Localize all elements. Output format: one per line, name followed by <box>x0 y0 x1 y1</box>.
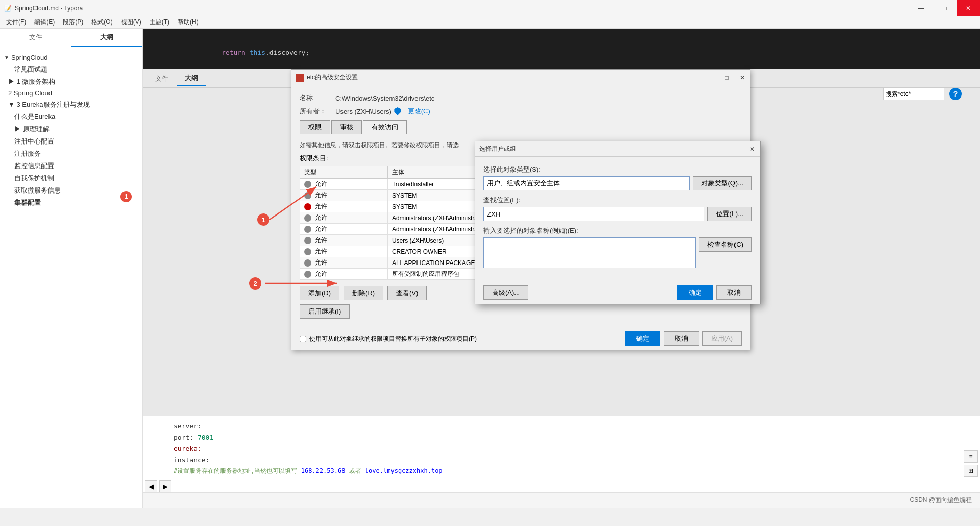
perm-type-1: 允许 <box>300 190 388 201</box>
location-button[interactable]: 位置(L)... <box>707 207 752 221</box>
user-icon <box>304 192 311 199</box>
code-bottom-line5: #设置服务存在的服务器地址,当然也可以填写 168.22.53.68 或者 lo… <box>174 466 949 476</box>
code-bottom-line3: eureka: <box>174 443 949 455</box>
sidebar-item-what-eureka[interactable]: 什么是Eureka <box>0 111 142 123</box>
sidebar-item-springcloud[interactable]: 2 Spring Cloud <box>0 88 142 99</box>
advanced-button[interactable]: 高级(A)... <box>483 285 528 300</box>
footer-buttons: 确定 取消 应用(A) <box>625 331 742 346</box>
code-bottom-line2: port: 7001 <box>174 432 949 443</box>
security-dialog-maximize[interactable]: □ <box>719 70 734 85</box>
perm-type-8: 允许 <box>300 269 388 280</box>
user-icon <box>304 237 311 244</box>
path-label: 名称 <box>300 93 335 103</box>
tab-outline[interactable]: 大纲 <box>71 29 143 47</box>
sidebar-item-eureka-group[interactable]: ▼ 3 Eureka服务注册与发现 <box>0 99 142 111</box>
annotation-circle-1 <box>257 213 270 226</box>
change-link[interactable]: 更改(C) <box>408 107 430 116</box>
location-row: 位置(L)... <box>483 207 752 221</box>
grid-view-icon[interactable]: ⊞ <box>964 465 978 477</box>
code-line-1: return this.discovery; <box>174 37 949 68</box>
window-title: SpringCloud.md - Typora <box>15 5 83 12</box>
annotation-badge-1: 1 <box>120 191 132 202</box>
content-tab-file[interactable]: 文件 <box>147 72 177 85</box>
ok-button[interactable]: 确定 <box>625 331 660 346</box>
select-ok-button[interactable]: 确定 <box>677 285 713 300</box>
cancel-button[interactable]: 取消 <box>664 331 699 346</box>
close-button[interactable]: ✕ <box>957 0 980 16</box>
sidebar-item-interviews[interactable]: 常见面试题 <box>0 63 142 76</box>
menu-edit[interactable]: 编辑(E) <box>30 17 59 28</box>
tab-effective-access[interactable]: 有效访问 <box>363 120 407 134</box>
right-panel-icons: ≡ ⊞ <box>964 450 978 477</box>
nav-prev-button[interactable]: ◀ <box>145 480 157 492</box>
select-footer-right-buttons: 确定 取消 <box>677 285 752 300</box>
security-dialog-footer: 使用可从此对象继承的权限项目替换所有子对象的权限项目(P) 确定 取消 应用(A… <box>291 327 750 350</box>
help-icon[interactable]: ? <box>949 88 962 100</box>
list-view-icon[interactable]: ≡ <box>964 450 978 463</box>
menu-theme[interactable]: 主题(T) <box>145 17 174 28</box>
menu-view[interactable]: 视图(V) <box>117 17 145 28</box>
maximize-button[interactable]: □ <box>933 0 957 16</box>
owner-label: 所有者： <box>300 107 335 116</box>
names-textarea[interactable] <box>483 237 696 268</box>
sidebar-item-microservice[interactable]: ▶ 1 微服务架构 <box>0 76 142 88</box>
tab-audit[interactable]: 审核 <box>331 120 362 134</box>
owner-field: 所有者： Users (ZXH\Users) 更改(C) <box>300 107 742 116</box>
minimize-button[interactable]: — <box>910 0 933 16</box>
replace-permissions-checkbox[interactable] <box>300 336 306 342</box>
select-dialog-footer: 高级(A)... 确定 取消 <box>475 281 760 304</box>
menu-help[interactable]: 帮助(H) <box>174 17 203 28</box>
security-dialog-title: etc的高级安全设置 <box>307 73 358 82</box>
delete-button[interactable]: 删除(R) <box>344 286 383 300</box>
security-dialog-minimize[interactable]: — <box>704 70 719 85</box>
select-user-title: 选择用户或组 <box>479 145 516 153</box>
tab-file[interactable]: 文件 <box>0 29 71 47</box>
dialog-shield-icon <box>296 74 304 82</box>
object-type-row: 对象类型(Q)... <box>483 176 752 190</box>
object-type-button[interactable]: 对象类型(Q)... <box>693 176 752 190</box>
chevron-down-icon: ▼ <box>4 55 9 60</box>
code-top: return this.discovery; } <box>143 29 980 69</box>
col-type: 类型 <box>300 166 388 179</box>
watermark-text: CSDN @面向鳊鱼编程 <box>910 496 972 505</box>
location-input[interactable] <box>483 207 704 221</box>
location-label: 查找位置(F): <box>483 196 752 205</box>
inherit-button[interactable]: 启用继承(I) <box>300 304 350 319</box>
menu-format[interactable]: 格式(O) <box>87 17 116 28</box>
window-icon: 📝 <box>4 5 12 12</box>
tab-permissions[interactable]: 权限 <box>300 120 330 134</box>
nav-next-button[interactable]: ▶ <box>159 480 172 492</box>
perm-type-0: 允许 <box>300 179 388 190</box>
code-bottom-line4: instance: <box>174 455 949 466</box>
sidebar-group-springcloud[interactable]: ▼ SpringCloud <box>0 52 142 63</box>
path-value: C:\Windows\System32\drivers\etc <box>335 94 434 102</box>
check-name-button[interactable]: 检查名称(C) <box>699 237 752 252</box>
annotation-text-1: 1 <box>261 216 265 224</box>
object-type-input[interactable] <box>483 176 690 190</box>
sidebar-item-monitor-config[interactable]: 监控信息配置 <box>0 160 142 172</box>
select-user-title-bar: 选择用户或组 ✕ <box>475 141 760 157</box>
security-dialog-controls: — □ ✕ <box>704 70 750 85</box>
sidebar-item-registry-config[interactable]: 注册中心配置 <box>0 135 142 148</box>
menu-paragraph[interactable]: 段落(P) <box>59 17 87 28</box>
security-dialog-close[interactable]: ✕ <box>734 70 750 85</box>
perm-type-5: 允许 <box>300 235 388 246</box>
code-bottom: server: port: 7001 eureka: instance: #设置… <box>143 416 980 492</box>
sidebar-item-self-protect[interactable]: 自我保护机制 <box>0 172 142 184</box>
sidebar-item-principle[interactable]: ▶ 原理理解 <box>0 123 142 135</box>
add-button[interactable]: 添加(D) <box>300 286 339 300</box>
dialog-select-user: 选择用户或组 ✕ 选择此对象类型(S): 对象类型(Q)... 查找位置(F): <box>475 141 761 304</box>
content-tab-outline[interactable]: 大纲 <box>177 71 206 86</box>
security-dialog-tabs: 权限 审核 有效访问 <box>300 120 742 134</box>
sidebar-item-register-service[interactable]: 注册服务 <box>0 148 142 160</box>
perm-type-3: 允许 <box>300 212 388 224</box>
menu-file[interactable]: 文件(F) <box>2 17 30 28</box>
search-input[interactable] <box>883 88 944 100</box>
select-user-close[interactable]: ✕ <box>745 141 760 157</box>
view-button[interactable]: 查看(V) <box>387 286 427 300</box>
bottom-bar: CSDN @面向鳊鱼编程 <box>143 492 980 508</box>
title-bar: 📝 SpringCloud.md - Typora — □ ✕ <box>0 0 980 16</box>
select-cancel-button[interactable]: 取消 <box>716 285 752 300</box>
apply-button[interactable]: 应用(A) <box>702 331 742 346</box>
user-icon <box>304 259 311 267</box>
